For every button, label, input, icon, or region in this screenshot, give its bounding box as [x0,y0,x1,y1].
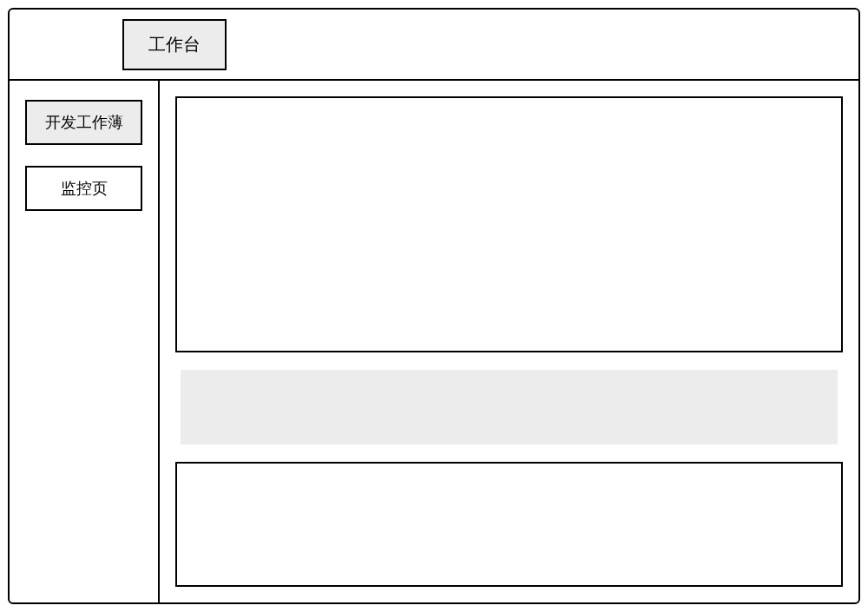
content-panel-middle [181,370,838,444]
sidebar-item-label: 监控页 [61,178,108,199]
content-panel-top [175,96,843,352]
sidebar-item-monitor[interactable]: 监控页 [25,166,142,211]
body-layout: 开发工作薄 监控页 [10,81,858,602]
header-bar: 工作台 [10,10,858,81]
sidebar-item-dev-workbook[interactable]: 开发工作薄 [25,100,142,145]
sidebar-item-label: 开发工作薄 [45,112,123,133]
app-frame: 工作台 开发工作薄 监控页 [8,8,860,604]
tab-workbench[interactable]: 工作台 [122,19,227,70]
content-panel-bottom [175,462,843,587]
main-content [160,81,858,602]
sidebar: 开发工作薄 监控页 [10,81,160,602]
